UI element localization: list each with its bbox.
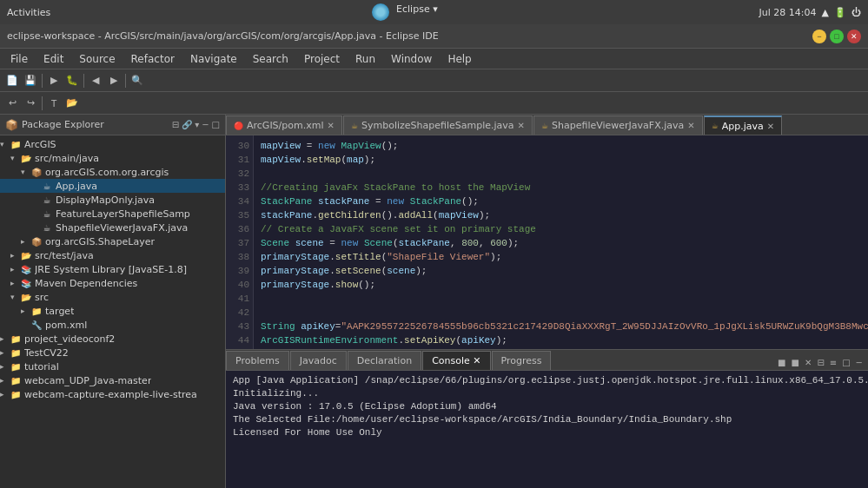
tree-item[interactable]: ▸📁webcam-capture-example-live-strea [0,387,225,401]
code-token: , [479,238,490,248]
menu-item-navigate[interactable]: Navigate [183,51,244,67]
console-toolbar-btn-6[interactable]: − [854,357,865,368]
minimize-button[interactable]: − [812,30,826,43]
console-toolbar-btn-3[interactable]: ⊟ [815,357,825,368]
console-toolbar-btn-2[interactable]: ✕ [803,357,813,368]
tree-item[interactable]: 🔧pom.xml [0,318,225,332]
tree-node-icon: 📦 [30,235,43,247]
tree-item[interactable]: ▸📚Maven Dependencies [0,276,225,290]
menu-item-search[interactable]: Search [246,51,295,67]
maximize-button[interactable]: □ [830,30,844,43]
code-token: new [387,196,404,207]
panel-menu-icon[interactable]: ▾ [195,120,199,129]
code-line [261,347,861,349]
tree-node-label: ArcGIS [24,139,56,150]
code-line: String apiKey="AAPK2955722526784555b96cb… [261,320,861,333]
menu-item-window[interactable]: Window [384,51,439,67]
activities-label[interactable]: Activities [7,7,50,18]
undo-button[interactable]: ↩ [3,95,21,112]
tab-close-button[interactable]: ✕ [328,121,335,130]
tree-item[interactable]: ▾📂src/main/java [0,151,225,165]
console-toolbar-btn-4[interactable]: ≡ [828,357,838,368]
code-token: scene [295,238,324,248]
tree-item[interactable]: ▸📁project_videoconf2 [0,332,225,346]
code-token: "ShapeFile Viewer" [387,252,490,262]
menu-item-run[interactable]: Run [348,51,382,67]
editor-tab-app-java[interactable]: ☕App.java✕ [704,115,783,135]
editor-tab-shapefileviewerjavafx-java[interactable]: ☕ShapefileViewerJavaFX.java✕ [533,115,703,135]
tree-arrow-icon: ▸ [10,265,19,274]
back-button[interactable]: ◀ [87,72,104,89]
menu-item-source[interactable]: Source [72,51,122,67]
code-token: apiKey [461,335,496,346]
tree-item[interactable]: ☕ShapefileViewerJavaFX.java [0,221,225,234]
tree-item[interactable]: ☕FeatureLayerShapefileSamp [0,207,225,221]
tree-item[interactable]: ▸📦org.arcGIS.ShapeLayer [0,234,225,248]
menu-item-edit[interactable]: Edit [36,51,70,67]
search-button[interactable]: 🔍 [129,72,146,89]
save-button[interactable]: 💾 [22,72,39,89]
editor-tab-arcgis-pom-xml[interactable]: 🔴ArcGIS/pom.xml✕ [226,115,342,135]
eclipse-menu-label[interactable]: Eclipse ▾ [396,3,438,21]
bottom-tab-progress[interactable]: Progress [492,351,552,370]
tree-item[interactable]: ▸📁tutorial [0,359,225,373]
console-line: The Selected File:/home/user/eclipse-wor… [233,413,861,426]
code-token: mapView [439,210,479,221]
tree-item[interactable]: ▾📂src [0,290,225,304]
tab-close-button[interactable]: ✕ [518,121,525,130]
console-toolbar-btn-0[interactable]: ■ [776,357,787,368]
code-token: . [329,266,335,276]
bottom-tab-problems[interactable]: Problems [226,351,289,370]
toolbar-1: 📄 💾 ▶ 🐛 ◀ ▶ 🔍 [0,69,868,92]
debug-button[interactable]: 🐛 [63,72,81,89]
line-number: 34 [226,195,253,208]
code-token: (); [381,141,399,151]
tree-item[interactable]: ▸📂src/test/java [0,248,225,262]
code-line [261,292,861,306]
close-button[interactable]: ✕ [847,30,861,43]
tree-item[interactable]: ☕App.java [0,179,225,193]
title-bar: eclipse-workspace - ArcGIS/src/main/java… [0,24,868,49]
tree-node-icon: 📚 [19,263,33,275]
bottom-tab-console--[interactable]: Console ✕ [422,351,490,370]
code-line: // Create a JavaFX scene set it on prima… [261,222,861,236]
tab-close-button[interactable]: ✕ [687,121,694,130]
code-content[interactable]: mapView = new MapView(); mapView.setMap(… [254,135,868,349]
tree-item[interactable]: ▸📚JRE System Library [JavaSE-1.8] [0,262,225,276]
tree-node-label: pom.xml [45,320,87,331]
menu-item-refactor[interactable]: Refactor [124,51,182,67]
tree-item[interactable]: ▸📁webcam_UDP_Java-master [0,373,225,387]
minimize-panel-icon[interactable]: − [202,120,209,129]
console-toolbar-btn-5[interactable]: □ [840,357,851,368]
menu-item-project[interactable]: Project [297,51,347,67]
maximize-panel-icon[interactable]: □ [212,120,220,129]
link-editor-icon[interactable]: 🔗 [182,120,192,129]
forward-button[interactable]: ▶ [105,72,123,89]
tab-close-button[interactable]: ✕ [767,122,774,131]
bottom-tab-javadoc[interactable]: Javadoc [290,351,347,370]
console-toolbar-btn-1[interactable]: ■ [790,357,801,368]
tree-arrow-icon: ▸ [0,390,9,399]
line-number: 42 [226,306,253,320]
redo-button[interactable]: ↪ [22,95,39,112]
menu-item-help[interactable]: Help [441,51,478,67]
toolbar-separator-1 [42,74,43,88]
tree-item[interactable]: ▸📁TestCV22 [0,346,225,359]
tree-item[interactable]: ☕DisplayMapOnly.java [0,193,225,207]
tree-item[interactable]: ▾📦org.arcGIS.com.org.arcgis [0,165,225,179]
open-resource-button[interactable]: 📂 [63,95,81,112]
power-icon[interactable]: ⏻ [851,7,861,18]
tree-item[interactable]: ▾📁ArcGIS [0,137,225,151]
code-token: (). [381,210,399,221]
editor-tab-symbolizeshapefilesample-java[interactable]: ☕SymbolizeShapefileSample.java✕ [343,115,533,135]
run-button[interactable]: ▶ [45,72,63,89]
collapse-all-icon[interactable]: ⊟ [172,120,179,129]
open-type-button[interactable]: T [45,95,63,112]
new-button[interactable]: 📄 [3,72,21,89]
tree-node-label: webcam_UDP_Java-master [24,375,151,386]
console-line: Licensed For Home Use Only [233,426,861,439]
bottom-tab-declaration[interactable]: Declaration [348,351,421,370]
code-token: setTitle [335,252,381,262]
menu-item-file[interactable]: File [3,51,35,67]
tree-item[interactable]: ▸📁target [0,304,225,318]
